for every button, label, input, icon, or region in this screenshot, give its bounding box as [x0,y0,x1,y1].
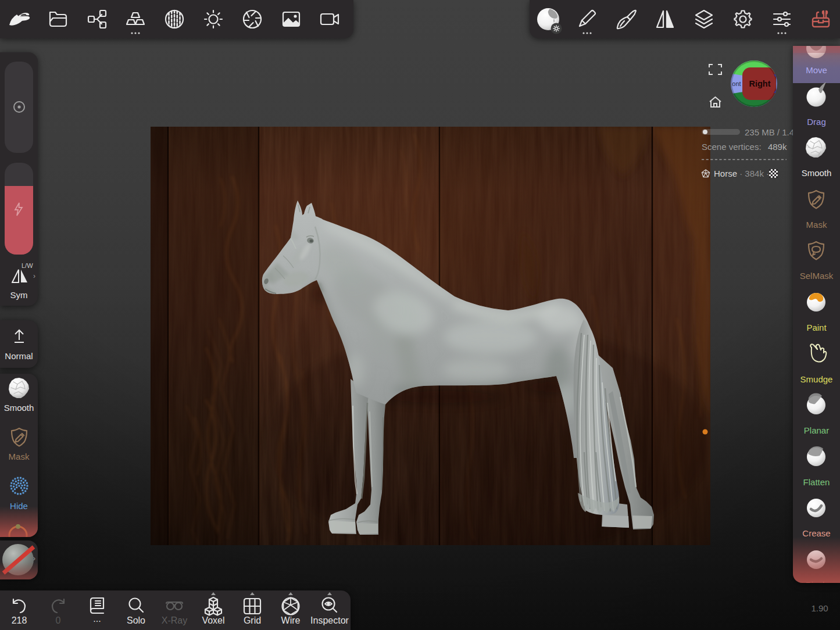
svg-text:ont: ont [732,80,741,87]
svg-text:Right: Right [749,79,770,88]
